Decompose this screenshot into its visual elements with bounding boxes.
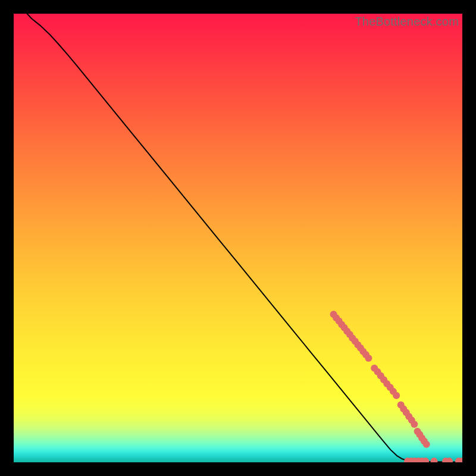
scatter-series	[330, 311, 462, 462]
data-point	[423, 441, 430, 448]
chart-svg	[14, 14, 462, 462]
data-point	[411, 421, 418, 428]
data-point	[431, 458, 438, 462]
chart-frame: TheBottleneck.com	[14, 14, 462, 462]
data-point	[393, 392, 400, 399]
plot-area: TheBottleneck.com	[14, 14, 462, 462]
data-point	[365, 355, 372, 362]
